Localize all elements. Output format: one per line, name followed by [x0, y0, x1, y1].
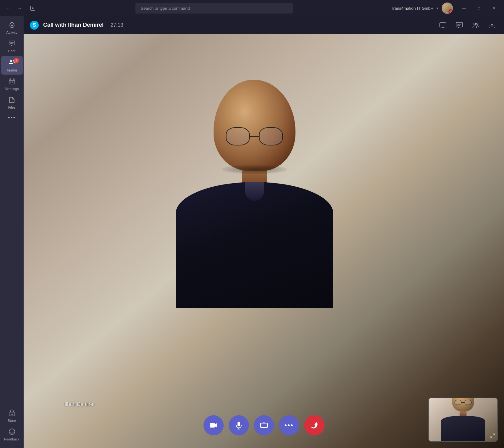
- activity-label: Activity: [6, 31, 17, 34]
- svg-rect-11: [10, 82, 11, 82]
- teams-notification-badge: 1: [14, 58, 19, 63]
- svg-point-24: [474, 23, 476, 25]
- person-head: [214, 80, 295, 171]
- sidebar-item-files[interactable]: Files: [1, 94, 23, 112]
- svg-rect-28: [210, 423, 215, 428]
- search-bar[interactable]: Search or type a command: [135, 3, 293, 14]
- store-icon: [9, 410, 15, 417]
- video-button[interactable]: [203, 415, 224, 435]
- sidebar-item-feedback[interactable]: Feedback: [1, 426, 23, 444]
- files-icon: [9, 96, 15, 104]
- store-label: Store: [8, 419, 16, 422]
- activity-icon: [9, 21, 15, 29]
- minimize-button[interactable]: —: [457, 3, 471, 13]
- maximize-button[interactable]: □: [472, 3, 486, 13]
- teams-label: Teams: [7, 68, 17, 72]
- svg-point-1: [11, 25, 13, 26]
- glasses: [226, 127, 283, 145]
- svg-point-17: [12, 431, 13, 431]
- sidebar-item-teams[interactable]: 1 Teams: [1, 56, 23, 75]
- call-duration: 27:13: [111, 22, 123, 28]
- call-header-actions: [437, 20, 498, 31]
- meetings-label: Meetings: [5, 87, 19, 91]
- person-body: [176, 182, 333, 308]
- hangup-button[interactable]: [304, 415, 324, 435]
- sidebar-item-more[interactable]: •••: [1, 112, 23, 123]
- sidebar: Activity Chat 1 Teams: [0, 16, 24, 448]
- user-avatar[interactable]: [442, 3, 453, 14]
- svg-rect-21: [456, 22, 462, 27]
- sidebar-item-meetings[interactable]: Meetings: [1, 75, 23, 93]
- window-controls: — □ ✕: [457, 3, 504, 13]
- tenant-selector[interactable]: Trans4mation IT GmbH ▼: [387, 3, 457, 14]
- chevron-down-icon: ▼: [436, 7, 439, 10]
- notification-badge: [449, 9, 453, 14]
- svg-point-25: [477, 23, 478, 24]
- settings-button[interactable]: [486, 20, 498, 31]
- compose-button[interactable]: [28, 3, 38, 13]
- title-bar: ← → Search or type a command Trans4matio…: [0, 0, 504, 16]
- feedback-icon: [9, 428, 15, 436]
- search-placeholder: Search or type a command: [140, 6, 190, 11]
- call-header-left: S Call with Ilhan Demirel 27:13: [30, 21, 123, 30]
- screen-share-button[interactable]: [437, 20, 449, 31]
- nav-back-button[interactable]: ←: [4, 4, 13, 13]
- chat-panel-button[interactable]: [454, 20, 465, 31]
- meetings-icon: [9, 78, 15, 86]
- svg-rect-14: [11, 413, 13, 415]
- feedback-label: Feedback: [4, 437, 19, 441]
- main-content: S Call with Ilhan Demirel 27:13: [24, 16, 504, 448]
- self-view[interactable]: [428, 398, 498, 442]
- svg-point-5: [10, 60, 12, 62]
- sidebar-item-chat[interactable]: Chat: [1, 37, 23, 55]
- svg-rect-12: [12, 82, 13, 82]
- nav-controls: ← →: [0, 3, 42, 13]
- nav-forward-button[interactable]: →: [15, 4, 24, 13]
- svg-rect-13: [9, 412, 15, 416]
- tenant-name: Trans4mation IT GmbH: [391, 6, 433, 11]
- more-options-button[interactable]: •••: [279, 415, 299, 435]
- video-person: [160, 67, 349, 448]
- share-screen-button[interactable]: [254, 415, 274, 435]
- svg-rect-7: [9, 79, 15, 84]
- close-button[interactable]: ✕: [487, 3, 501, 13]
- call-header: S Call with Ilhan Demirel 27:13: [24, 16, 504, 34]
- sidebar-item-store[interactable]: Store: [1, 407, 23, 425]
- chat-label: Chat: [8, 49, 15, 53]
- svg-point-27: [491, 24, 493, 26]
- sidebar-bottom: Store Feedback: [0, 407, 24, 448]
- call-controls: •••: [203, 415, 324, 435]
- svg-point-16: [10, 431, 11, 431]
- caller-name-text: Ilhan Demirel: [65, 401, 94, 407]
- svg-point-15: [9, 429, 15, 434]
- microphone-button[interactable]: [229, 415, 249, 435]
- participants-button[interactable]: [470, 20, 481, 31]
- self-person: [438, 398, 488, 441]
- svg-rect-2: [9, 41, 15, 45]
- more-icon: •••: [8, 115, 16, 121]
- svg-rect-18: [440, 23, 446, 27]
- sidebar-item-activity[interactable]: Activity: [1, 19, 23, 37]
- video-area: Ilhan Demirel: [24, 34, 504, 448]
- expand-self-view-button[interactable]: [490, 433, 495, 439]
- chat-icon: [9, 40, 15, 48]
- files-label: Files: [8, 105, 15, 109]
- skype-icon: S: [30, 21, 39, 30]
- svg-rect-29: [238, 422, 240, 426]
- caller-name-label: Ilhan Demirel: [65, 401, 94, 407]
- call-title: Call with Ilhan Demirel: [43, 22, 104, 28]
